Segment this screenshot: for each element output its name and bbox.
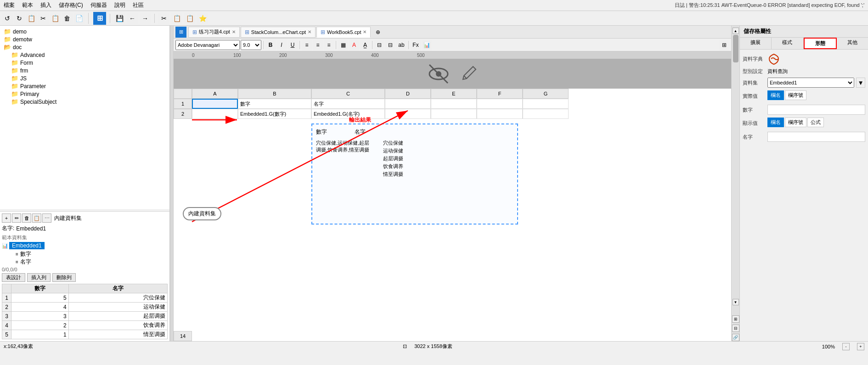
tree-item-advanced[interactable]: 📁 Advanced (2, 51, 168, 59)
cell-col2[interactable]: 情至调摄 (68, 330, 167, 339)
tab-workbook5[interactable]: ⊞ WorkBook5.cpt ✕ (316, 27, 371, 38)
tb-new[interactable]: 📄 (73, 13, 85, 24)
tree-item-demotw[interactable]: 📁 demotw (2, 35, 168, 43)
side-icon-1[interactable]: ⊞ (732, 315, 739, 323)
cell-col1[interactable]: 1 (11, 330, 69, 339)
tb-forward[interactable]: → (140, 13, 151, 24)
scroll-up-btn[interactable]: ▲ (733, 28, 739, 34)
merge2-btn[interactable]: ⊟ (385, 40, 395, 50)
bold-btn[interactable]: B (265, 40, 276, 50)
col-header-c[interactable]: C (311, 89, 385, 99)
right-tab-style[interactable]: 樣式 (772, 38, 803, 49)
cell-d1[interactable] (385, 99, 431, 109)
zoom-out-btn[interactable]: - (842, 343, 850, 350)
tb-paste[interactable]: 📋 (50, 13, 61, 24)
embedded-label[interactable]: Embedded1 (9, 242, 45, 249)
actual-colnum-btn[interactable]: 欄序號 (785, 90, 806, 100)
color-btn[interactable]: A (349, 40, 359, 50)
tb-back[interactable]: ← (127, 13, 138, 24)
tree-item-form[interactable]: 📁 Form (2, 59, 168, 67)
actual-colname-btn[interactable]: 欄名 (767, 90, 784, 100)
tb-star[interactable]: ⭐ (197, 13, 208, 24)
cell-col1[interactable]: 5 (11, 293, 69, 303)
tree-item-primary[interactable]: 📁 Primary (2, 90, 168, 98)
tree-item-doc[interactable]: 📂 doc (2, 43, 168, 51)
col-header-d[interactable]: D (385, 89, 431, 99)
cell-col2[interactable]: 起层调摄 (68, 312, 167, 321)
cell-col2[interactable]: 穴位保健 (68, 293, 167, 303)
chart-btn[interactable]: 📊 (422, 40, 432, 50)
cell-c2[interactable]: Embedded1.G(名字) (311, 109, 385, 119)
merge-btn[interactable]: ⊟ (374, 40, 384, 50)
cell-b1[interactable]: 數字 (238, 99, 311, 109)
menu-insert[interactable]: 插入 (40, 1, 51, 9)
embedded-node[interactable]: 📊 Embedded1 (2, 242, 168, 249)
tab-close-workbook5[interactable]: ✕ (363, 29, 366, 34)
insert-row-btn[interactable]: 插入列 (27, 273, 51, 282)
col-header-f[interactable]: F (477, 89, 523, 99)
right-tab-expand[interactable]: 擴展 (740, 38, 772, 49)
copy-dataset-button[interactable]: 📋 (32, 213, 41, 223)
add-button[interactable]: + (2, 213, 11, 223)
tree-item-demo[interactable]: 📁 demo (2, 28, 168, 35)
tree-item-specialsubject[interactable]: 📁 SpecialSubject (2, 98, 168, 106)
tree-item-frm[interactable]: 📁 frm (2, 67, 168, 74)
tb-copy[interactable]: 📋 (26, 13, 37, 24)
cell-e1[interactable] (431, 99, 477, 109)
side-icon-3[interactable]: 🔗 (732, 334, 739, 341)
cell-e2[interactable] (431, 109, 477, 119)
cell-f2[interactable] (477, 109, 523, 119)
delete-button[interactable]: 🗑 (22, 213, 31, 223)
menu-server[interactable]: 伺服器 (90, 1, 107, 9)
menu-help[interactable]: 說明 (114, 1, 125, 9)
display-formula-btn[interactable]: 公式 (807, 118, 824, 127)
wrap-btn[interactable]: ab (396, 40, 406, 50)
tb-refresh[interactable]: ↺ (2, 13, 13, 24)
tree-item-js[interactable]: 📁 JS (2, 74, 168, 82)
menu-template[interactable]: 範本 (22, 1, 33, 9)
tb-cut[interactable]: ✂ (38, 13, 49, 24)
display-colnum-btn[interactable]: 欄序號 (785, 118, 806, 127)
menu-community[interactable]: 社區 (133, 1, 144, 9)
tab-close-stack[interactable]: ✕ (308, 29, 311, 34)
dataset-expand-btn[interactable]: ▼ (856, 78, 865, 88)
col-header-a[interactable]: A (192, 89, 238, 99)
cell-col2[interactable]: 饮食调养 (68, 321, 167, 330)
tb-save[interactable]: 💾 (114, 13, 125, 24)
tb-redo[interactable]: ↻ (14, 13, 25, 24)
scroll-down-btn[interactable]: ▼ (733, 299, 739, 305)
design-tab-btn[interactable]: 表設計 (2, 273, 25, 282)
tab-close-exercise[interactable]: ✕ (232, 29, 236, 34)
cell-col1[interactable]: 2 (11, 321, 69, 330)
cell-a1[interactable] (192, 99, 238, 109)
align-center-btn[interactable]: ≡ (313, 40, 323, 50)
cell-b2[interactable]: Embedded1.G(數字) (238, 109, 311, 119)
cell-col2[interactable]: 运动保健 (68, 303, 167, 312)
input-number[interactable] (767, 105, 865, 115)
cell-c1[interactable]: 名字 (311, 99, 385, 109)
cell-g1[interactable] (523, 99, 569, 109)
tab-exercise[interactable]: ⊞ 练习习题4.cpt ✕ (188, 27, 240, 38)
right-tab-other[interactable]: 其他 (837, 38, 868, 49)
panel-toggle-btn[interactable]: ⊞ (719, 40, 729, 50)
sub-item-name[interactable]: ≡ 名字 (8, 258, 168, 266)
cell-f1[interactable] (477, 99, 523, 109)
dataset-select[interactable]: Embedded1 (767, 78, 854, 88)
cell-d2[interactable] (385, 109, 431, 119)
zoom-in-btn[interactable]: + (857, 343, 864, 350)
menu-file[interactable]: 檔案 (4, 1, 15, 9)
more-button[interactable]: ⋯ (42, 213, 51, 223)
panel-separator-left[interactable] (170, 26, 174, 341)
tab-stackcolumn[interactable]: ⊞ StackColum...eChart.cpt ✕ (241, 27, 316, 38)
side-icon-2[interactable]: ⊟ (732, 325, 739, 332)
formula-btn[interactable]: Fx (411, 40, 421, 50)
col-header-e[interactable]: E (431, 89, 477, 99)
col-header-b[interactable]: B (238, 89, 311, 99)
italic-btn[interactable]: I (276, 40, 287, 50)
tb-paste2[interactable]: 📋 (184, 13, 195, 24)
input-name[interactable] (767, 132, 865, 142)
display-colname-btn[interactable]: 欄名 (767, 118, 784, 127)
tb-delete[interactable]: 🗑 (62, 13, 73, 24)
cell-g2[interactable] (523, 109, 569, 119)
font-select[interactable]: Adobe Devanagari (175, 40, 240, 50)
